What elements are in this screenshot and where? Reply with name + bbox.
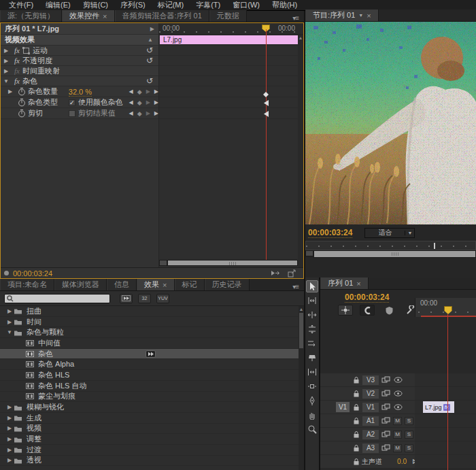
effects-folder[interactable]: ▶ 透视 xyxy=(0,456,299,467)
tab-effect-controls[interactable]: 效果控件 × xyxy=(62,10,114,22)
tab-program[interactable]: 节目:序列 01 ▼ × xyxy=(305,10,379,21)
effects-folder[interactable]: ▶ 模糊与锐化 xyxy=(0,402,299,413)
ripple-edit-tool[interactable] xyxy=(306,309,318,321)
close-icon[interactable]: × xyxy=(163,281,167,289)
effects-folder[interactable]: ▶ 视频 xyxy=(0,424,299,435)
tab-metadata[interactable]: 元数据 xyxy=(209,10,247,22)
track-content[interactable] xyxy=(415,441,476,454)
disclosure-triangle-icon[interactable]: ▶ xyxy=(5,308,14,314)
effect-clip-bar[interactable]: L7.jpg xyxy=(160,35,298,44)
effect-item[interactable]: 蒙尘与划痕 xyxy=(0,392,299,403)
track-name[interactable]: A2 xyxy=(362,430,379,439)
effect-row-noise[interactable]: ▼ fx 杂色 ↺ xyxy=(1,76,158,86)
disclosure-triangle-icon[interactable]: ▶ xyxy=(5,436,14,442)
zoom-level-dropdown[interactable]: 适合 ▼ xyxy=(364,228,415,238)
disclosure-triangle-icon[interactable]: ▶ xyxy=(5,404,14,410)
track-select-tool[interactable] xyxy=(306,295,318,307)
scrollbar-thumb[interactable] xyxy=(167,260,298,266)
sync-lock-icon[interactable] xyxy=(379,390,392,397)
effects-folder-noise-grain[interactable]: ▼ 杂色与颗粒 xyxy=(0,327,299,338)
selection-tool[interactable] xyxy=(306,280,318,292)
search-box[interactable] xyxy=(4,294,110,303)
effect-row-time-remapping[interactable]: ▶ fx 时间重映射 xyxy=(1,66,158,76)
collapse-icon[interactable]: ▲ xyxy=(148,37,153,43)
program-scrollbar[interactable] xyxy=(305,250,476,258)
menu-file[interactable]: 文件(F) xyxy=(3,0,39,10)
param-value[interactable]: 32.0 % xyxy=(69,88,92,97)
work-area-bar[interactable] xyxy=(421,316,476,317)
tab-source-monitor[interactable]: 源:（无剪辑） xyxy=(0,10,62,22)
lock-icon[interactable] xyxy=(350,390,362,397)
accelerated-effects-filter-icon[interactable] xyxy=(120,294,133,303)
tab-sequence[interactable]: 序列 01 × xyxy=(320,278,369,289)
track-name[interactable]: A3 xyxy=(362,443,379,453)
lock-icon[interactable] xyxy=(350,431,362,438)
lock-icon[interactable] xyxy=(350,458,362,465)
effects-folder[interactable]: ▶ 扭曲 xyxy=(0,306,299,317)
mute-button[interactable]: M xyxy=(393,417,402,425)
add-keyframe-icon[interactable]: ◆ xyxy=(137,99,142,106)
effects-folder[interactable]: ▶ 调整 xyxy=(0,434,299,445)
track-content[interactable] xyxy=(415,428,476,441)
effect-row-motion[interactable]: ▶ fx 运动 ↺ xyxy=(1,46,158,56)
razor-tool[interactable] xyxy=(306,352,318,364)
playhead-line[interactable] xyxy=(266,29,267,261)
effect-item[interactable]: 杂色 HLS 自动 xyxy=(0,381,299,392)
panel-menu-icon[interactable]: ▾≡ xyxy=(287,283,304,290)
effects-search-input[interactable] xyxy=(16,295,109,303)
disclosure-triangle-icon[interactable]: ▶ xyxy=(5,415,14,421)
close-icon[interactable]: × xyxy=(367,12,371,20)
stopwatch-icon[interactable] xyxy=(16,87,28,96)
solo-button[interactable]: S xyxy=(405,431,413,439)
master-level-value[interactable]: 0.0 xyxy=(389,458,407,465)
panel-menu-icon[interactable]: ▾≡ xyxy=(287,14,304,22)
scroll-up-icon[interactable]: ▲ xyxy=(298,35,303,40)
32bit-filter-badge[interactable]: 32 xyxy=(138,294,151,303)
disclosure-triangle-icon[interactable]: ▶ xyxy=(5,447,14,453)
next-keyframe-icon[interactable]: ▶ xyxy=(146,110,150,116)
track-content[interactable] xyxy=(415,414,476,427)
nest-insert-icon[interactable] xyxy=(338,305,353,316)
tab-media-browser[interactable]: 媒体浏览器 xyxy=(54,279,107,290)
effects-folder[interactable]: ▶ 过渡 xyxy=(0,445,299,456)
dropdown-arrow-icon[interactable]: ▼ xyxy=(358,13,363,18)
lock-icon[interactable] xyxy=(350,417,362,424)
track-name[interactable]: V3 xyxy=(362,375,379,385)
slip-tool[interactable] xyxy=(306,366,318,378)
close-icon[interactable]: × xyxy=(103,12,107,20)
checkbox-unchecked[interactable] xyxy=(69,110,75,117)
sync-lock-icon[interactable] xyxy=(379,403,392,411)
menu-sequence[interactable]: 序列(S) xyxy=(114,0,152,10)
track-name[interactable]: A1 xyxy=(362,416,379,426)
reset-effect-icon[interactable]: ↺ xyxy=(146,78,153,84)
prev-keyframe-icon[interactable]: ◀ xyxy=(129,88,133,95)
timeline-timecode[interactable]: 00:00:03:24 xyxy=(345,292,389,303)
menu-title[interactable]: 字幕(T) xyxy=(190,0,226,10)
menu-window[interactable]: 窗口(W) xyxy=(226,0,266,10)
disclosure-triangle-icon[interactable]: ▼ xyxy=(1,78,12,84)
rolling-edit-tool[interactable] xyxy=(306,323,318,335)
export-frame-icon[interactable] xyxy=(288,269,296,278)
linked-selection-shield-icon[interactable] xyxy=(381,305,396,316)
close-icon[interactable]: × xyxy=(356,280,360,288)
tab-markers[interactable]: 标记 xyxy=(175,279,205,290)
track-content[interactable] xyxy=(415,373,476,386)
disclosure-triangle-icon[interactable]: ▼ xyxy=(5,329,14,335)
track-name[interactable]: V2 xyxy=(362,389,379,399)
track-content[interactable] xyxy=(415,455,476,468)
toggle-track-output-eye-icon[interactable] xyxy=(392,390,404,397)
effects-folder[interactable]: ▶ 时间 xyxy=(0,317,299,328)
next-keyframe-icon[interactable]: ▶ xyxy=(146,88,150,95)
zoom-tool[interactable] xyxy=(306,423,318,435)
stopwatch-icon[interactable] xyxy=(16,109,28,118)
tab-info[interactable]: 信息 xyxy=(107,279,137,290)
toggle-track-output-eye-icon[interactable] xyxy=(392,404,404,410)
scrollbar-thumb[interactable] xyxy=(313,250,476,258)
slide-tool[interactable] xyxy=(306,380,318,392)
sync-lock-icon[interactable] xyxy=(379,444,392,452)
toggle-track-output-eye-icon[interactable] xyxy=(392,377,404,383)
source-patch-v1[interactable]: V1 xyxy=(336,402,350,412)
prev-keyframe-icon[interactable]: ◀ xyxy=(129,110,133,116)
rate-stretch-tool[interactable] xyxy=(306,337,318,350)
pen-tool[interactable] xyxy=(306,395,318,407)
